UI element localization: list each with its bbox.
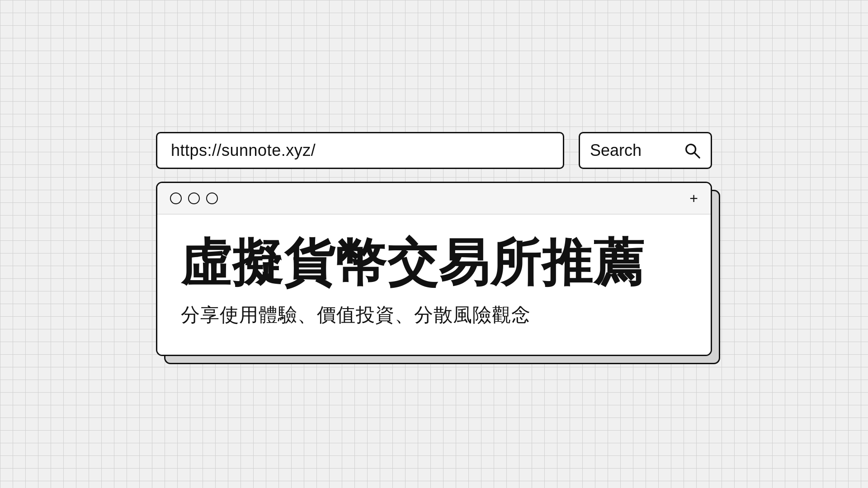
search-bar[interactable]: Search <box>579 132 712 169</box>
svg-line-1 <box>694 153 699 158</box>
search-label: Search <box>590 141 642 160</box>
search-icon <box>684 142 701 159</box>
browser-window: + 虛擬貨幣交易所推薦 分享使用體驗、價值投資、分散風險觀念 <box>156 182 712 356</box>
main-title: 虛擬貨幣交易所推薦 <box>181 236 687 290</box>
url-bar[interactable]: https://sunnote.xyz/ <box>156 132 564 169</box>
browser-content: 虛擬貨幣交易所推薦 分享使用體驗、價值投資、分散風險觀念 <box>157 215 711 355</box>
new-tab-button[interactable]: + <box>689 191 698 206</box>
browser-window-wrapper: + 虛擬貨幣交易所推薦 分享使用體驗、價值投資、分散風險觀念 <box>156 182 712 356</box>
browser-titlebar: + <box>157 183 711 215</box>
traffic-light-yellow[interactable] <box>188 192 200 204</box>
traffic-lights <box>170 192 218 204</box>
url-text: https://sunnote.xyz/ <box>171 141 316 160</box>
top-bar: https://sunnote.xyz/ Search <box>156 132 712 169</box>
traffic-light-green[interactable] <box>206 192 218 204</box>
traffic-light-red[interactable] <box>170 192 182 204</box>
subtitle: 分享使用體驗、價值投資、分散風險觀念 <box>181 302 687 328</box>
